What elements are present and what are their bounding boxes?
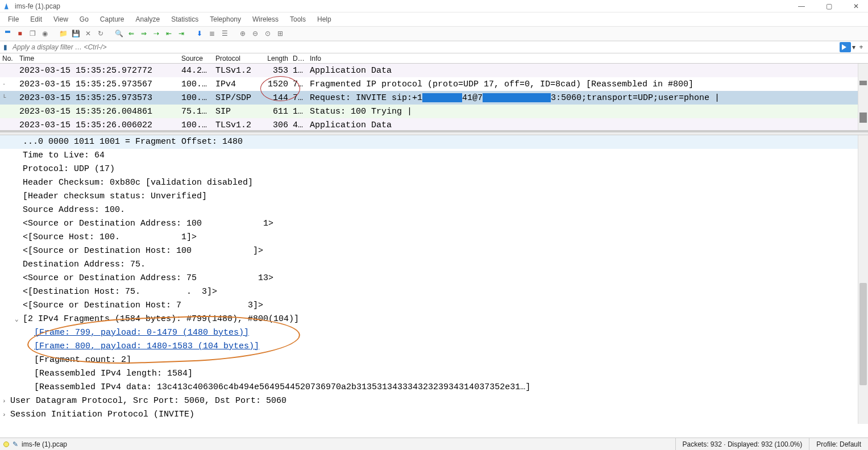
packet-list[interactable]: 2023-03-15 15:35:25.97277244.2…TLSv1.235… <box>0 64 868 132</box>
detail-line[interactable]: Time to Live: 64 <box>0 149 868 163</box>
header-protocol[interactable]: Protocol <box>213 55 260 63</box>
svg-marker-1 <box>842 44 846 50</box>
edit-icon[interactable]: ✎ <box>13 440 18 448</box>
close-button[interactable]: ✕ <box>848 2 865 10</box>
packet-row[interactable]: 2023-03-15 15:35:25.97277244.2…TLSv1.235… <box>0 64 868 77</box>
cell-length: 1520 <box>260 80 290 89</box>
cell-source: 100.… <box>179 80 213 89</box>
menu-tools[interactable]: Tools <box>285 14 310 24</box>
detail-line[interactable]: <[Source or Destination Host: 7 3]> <box>0 299 868 312</box>
maximize-button[interactable]: ▢ <box>820 2 837 10</box>
header-info[interactable]: Info <box>308 55 868 63</box>
go-last-icon[interactable]: ⇥ <box>176 28 186 39</box>
detail-line[interactable]: <Source or Destination Address: 100 1> <box>0 217 868 231</box>
close-file-icon[interactable]: ✕ <box>83 28 93 39</box>
details-scrollbar[interactable] <box>858 135 868 424</box>
row-marker-icon: └ <box>0 94 8 101</box>
zoom-reset-icon[interactable]: ⊙ <box>263 28 273 39</box>
detail-line[interactable]: ...0 0000 1011 1001 = Fragment Offset: 1… <box>0 135 868 149</box>
cell-protocol: IPv4 <box>213 80 260 89</box>
cell-destin: 1… <box>290 107 308 116</box>
minimize-button[interactable]: — <box>793 2 810 10</box>
detail-tree-sip[interactable]: ›Session Initiation Protocol (INVITE) <box>0 408 868 422</box>
detail-line[interactable]: [Fragment count: 2] <box>0 353 868 367</box>
caret-down-icon[interactable]: ⌄ <box>15 312 23 326</box>
status-profile[interactable]: Profile: Default <box>809 438 868 451</box>
detail-line[interactable]: Header Checksum: 0xb80c [validation disa… <box>0 176 868 190</box>
restart-capture-icon[interactable]: ❐ <box>27 28 38 39</box>
detail-line[interactable]: Source Address: 100. <box>0 203 868 217</box>
go-back-icon[interactable]: ⇐ <box>126 28 136 39</box>
cell-destin: 4… <box>290 120 308 130</box>
window-title: ims-fe (1).pcap <box>15 2 793 10</box>
go-forward-icon[interactable]: ⇒ <box>139 28 149 39</box>
menu-help[interactable]: Help <box>313 14 336 24</box>
menu-view[interactable]: View <box>49 14 73 24</box>
detail-tree-fragments[interactable]: ⌄[2 IPv4 Fragments (1584 bytes): #799(14… <box>0 312 868 326</box>
detail-line[interactable]: [Header checksum status: Unverified] <box>0 190 868 203</box>
options-icon[interactable]: ◉ <box>40 28 50 39</box>
detail-tree-udp[interactable]: ›User Datagram Protocol, Src Port: 5060,… <box>0 394 868 408</box>
resize-columns-icon[interactable]: ☰ <box>219 28 230 39</box>
menu-statistics[interactable]: Statistics <box>167 14 203 24</box>
cell-info: Application Data <box>308 66 868 76</box>
cell-length: 144 <box>260 93 290 103</box>
packet-row[interactable]: 2023-03-15 15:35:26.00486175.1…SIP6111…S… <box>0 105 868 118</box>
filter-dropdown-icon[interactable]: ▾ <box>852 43 855 51</box>
packet-row[interactable]: 2023-03-15 15:35:26.006022100.…TLSv1.230… <box>0 118 868 132</box>
zoom-in-icon[interactable]: ⊕ <box>238 28 248 39</box>
menu-edit[interactable]: Edit <box>26 14 47 24</box>
zoom-out-icon[interactable]: ⊖ <box>250 28 260 39</box>
header-source[interactable]: Source <box>179 55 213 63</box>
open-file-icon[interactable]: 📁 <box>58 28 68 39</box>
menu-go[interactable]: Go <box>75 14 93 24</box>
cell-time: 2023-03-15 15:35:25.973573 <box>17 93 179 103</box>
menu-file[interactable]: File <box>3 14 23 24</box>
detail-line[interactable]: <[Destination Host: 75. . 3]> <box>0 285 868 299</box>
display-filter-bar: ▮ ▾ + <box>0 41 868 53</box>
packet-list-scrollbar[interactable] <box>858 64 868 130</box>
go-first-icon[interactable]: ⇤ <box>164 28 174 39</box>
menu-capture[interactable]: Capture <box>95 14 129 24</box>
expert-info-icon[interactable] <box>3 441 9 447</box>
frame-link-799[interactable]: [Frame: 799, payload: 0-1479 (1480 bytes… <box>0 326 868 340</box>
menu-analyze[interactable]: Analyze <box>131 14 165 24</box>
detail-line[interactable]: <Source or Destination Address: 75 13> <box>0 272 868 285</box>
header-time[interactable]: Time <box>17 55 179 63</box>
detail-line[interactable]: Protocol: UDP (17) <box>0 163 868 176</box>
caret-right-icon[interactable]: › <box>2 408 10 422</box>
stop-capture-icon[interactable]: ■ <box>15 28 25 39</box>
packet-details-pane[interactable]: ...0 0000 1011 1001 = Fragment Offset: 1… <box>0 135 868 424</box>
reload-icon[interactable]: ↻ <box>95 28 106 39</box>
start-capture-icon[interactable] <box>2 28 13 39</box>
header-length[interactable]: Length <box>260 55 290 63</box>
caret-right-icon[interactable]: › <box>2 394 10 408</box>
find-icon[interactable]: 🔍 <box>114 28 124 39</box>
packet-list-header: No. Time Source Protocol Length Destin I… <box>0 53 868 64</box>
apply-filter-button[interactable] <box>840 42 851 52</box>
menu-telephony[interactable]: Telephony <box>205 14 246 24</box>
detail-line[interactable]: [Reassembled IPv4 length: 1584] <box>0 367 868 381</box>
title-bar: ims-fe (1).pcap — ▢ ✕ <box>0 0 868 13</box>
detail-line[interactable]: <[Source Host: 100. 1]> <box>0 231 868 244</box>
menu-wireless[interactable]: Wireless <box>248 14 283 24</box>
cell-source: 100.… <box>179 120 213 130</box>
detail-line[interactable]: [Reassembled IPv4 data: 13c413c406306c4b… <box>0 381 868 394</box>
packet-row[interactable]: └2023-03-15 15:35:25.973573100.…SIP/SDP1… <box>0 91 868 105</box>
bookmark-filter-icon[interactable]: ▮ <box>0 41 10 53</box>
detail-line[interactable]: <[Source or Destination Host: 100 ]> <box>0 244 868 258</box>
resize-icon[interactable]: ⊞ <box>275 28 285 39</box>
detail-line[interactable]: Destination Address: 75. <box>0 258 868 272</box>
auto-scroll-icon[interactable]: ⬇ <box>194 28 205 39</box>
colorize-icon[interactable]: ≣ <box>207 28 217 39</box>
packet-row[interactable]: ·2023-03-15 15:35:25.973567100.…IPv41520… <box>0 77 868 91</box>
save-file-icon[interactable]: 💾 <box>70 28 81 39</box>
header-destin[interactable]: Destin <box>290 55 308 63</box>
add-filter-button[interactable]: + <box>857 43 866 51</box>
frame-link-800[interactable]: [Frame: 800, payload: 1480-1583 (104 byt… <box>0 340 868 353</box>
status-file: ims-fe (1).pcap <box>22 440 67 448</box>
cell-time: 2023-03-15 15:35:25.973567 <box>17 80 179 89</box>
go-to-packet-icon[interactable]: ⇢ <box>151 28 161 39</box>
display-filter-input[interactable] <box>10 41 837 53</box>
header-no[interactable]: No. <box>0 55 17 63</box>
